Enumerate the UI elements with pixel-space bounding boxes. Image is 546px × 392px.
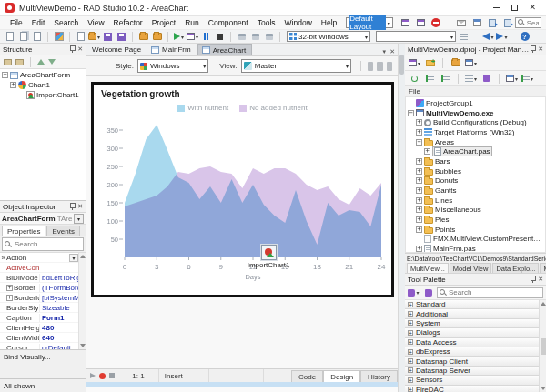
close-icon[interactable]: ✕ [538, 45, 543, 53]
designed-form[interactable]: Vegetation growth With nutrientNo added … [91, 82, 394, 297]
login-button[interactable] [502, 17, 514, 28]
step-over-button[interactable] [249, 31, 261, 42]
menu-item-file[interactable]: File [5, 18, 27, 27]
macro-stop-icon[interactable] [109, 373, 115, 378]
project-item-pies[interactable]: +Pies [406, 215, 545, 225]
chevron-down-icon[interactable]: ▾ [74, 214, 84, 224]
property-row-border[interactable]: +Border(TFormBorder) [0, 283, 86, 293]
save-layout-button[interactable] [399, 17, 411, 28]
project-item-bubbles[interactable]: +Bubbles [406, 166, 545, 176]
target-platform-combo[interactable]: 32-bit Windows ▾ [287, 31, 370, 42]
editor-tab-areachart[interactable]: AreaChart [197, 44, 252, 55]
palette-category-standard[interactable]: +Standard [405, 300, 546, 309]
palette-search-box[interactable] [437, 287, 543, 298]
palette-category-firedac[interactable]: +FireDAC [405, 386, 546, 392]
palette-search-input[interactable] [449, 288, 541, 297]
new-items-button[interactable] [4, 31, 15, 42]
scroll-down-icon[interactable] [541, 387, 546, 390]
menu-item-tools[interactable]: Tools [253, 18, 280, 27]
layers-button[interactable]: ▾ [521, 73, 533, 84]
expand-icon[interactable]: + [408, 330, 413, 336]
expand-icon[interactable]: + [408, 311, 413, 317]
property-row-cursor[interactable]: CursorcrDefault [0, 343, 86, 349]
save-button[interactable] [102, 31, 114, 42]
project-item-fmx-multiview-custompresentation-pas[interactable]: FMX.MultiView.CustomPresentation.pas [406, 235, 545, 245]
open-file-button[interactable] [17, 31, 29, 42]
dock-tab-data-explo-[interactable]: Data Explo... [492, 263, 539, 273]
importchart-component[interactable]: ImportChart1 [239, 245, 298, 269]
dock-tab-model-view[interactable]: Model View [450, 263, 492, 273]
expand-icon[interactable]: + [416, 177, 422, 184]
expand-icon[interactable]: + [416, 197, 422, 204]
property-search-input[interactable] [15, 240, 81, 248]
scroll-down-icon[interactable] [80, 344, 86, 347]
property-row-clientwidth[interactable]: ClientWidth640 [0, 333, 86, 343]
move-down-icon[interactable] [48, 59, 56, 65]
remove-from-project-button[interactable] [151, 31, 163, 42]
expand-icon[interactable]: + [416, 226, 422, 233]
property-row-action[interactable]: »Action▾ [0, 253, 86, 263]
editor-tab-welcome-page[interactable]: Welcome Page [88, 44, 147, 55]
expand-icon[interactable]: + [10, 82, 16, 88]
delete-layout-button[interactable] [415, 17, 427, 28]
palette-category-dialogs[interactable]: +Dialogs [405, 328, 546, 337]
trace-into-button[interactable] [236, 31, 248, 42]
menu-item-edit[interactable]: Edit [27, 18, 50, 27]
navigate-forward-button[interactable]: ▾ [496, 31, 508, 42]
importchart-icon[interactable] [261, 245, 277, 260]
rotate-device-button[interactable] [377, 62, 382, 71]
configuration-combo[interactable]: ▾ [376, 31, 456, 42]
sync-button[interactable] [409, 73, 420, 84]
object-selector[interactable]: AreaChartForm TAreaChartForm ▾ [0, 213, 86, 225]
window-list-icon[interactable]: ▾ [383, 48, 387, 55]
menu-item-view[interactable]: View [83, 18, 108, 27]
expand-icon[interactable]: + [416, 168, 422, 175]
palette-category-datasnap-client[interactable]: +Datasnap Client [405, 357, 546, 366]
add-to-project-button[interactable] [137, 31, 149, 42]
scroll-up-icon[interactable] [80, 255, 86, 258]
expand-icon[interactable]: + [408, 302, 413, 307]
expand-icon[interactable]: + [408, 339, 413, 345]
pause-button[interactable] [200, 31, 212, 42]
save-all-button[interactable] [116, 31, 127, 42]
move-up-icon[interactable] [37, 59, 45, 65]
chevron-down-icon[interactable]: ▾ [69, 254, 78, 262]
project-item-bars[interactable]: +Bars [406, 156, 545, 166]
close-icon[interactable]: ✕ [529, 4, 536, 12]
expand-tree-button[interactable] [440, 73, 451, 84]
project-item-points[interactable]: +Points [406, 225, 545, 235]
editor-tab-mainfrm[interactable]: MainFrm [147, 44, 197, 55]
navigate-back-button[interactable]: ▾ [482, 31, 494, 42]
project-item-donuts[interactable]: +Donuts [406, 176, 545, 186]
dock-tab-multiview-[interactable]: MultiView... [407, 263, 449, 273]
open-from-version-control-button[interactable] [31, 31, 43, 42]
project-item-multiviewdemo-exe[interactable]: −MultiViewDemo.exe [406, 108, 545, 118]
inspector-tab-properties[interactable]: Properties [2, 226, 46, 236]
splitter-grip[interactable] [399, 55, 404, 75]
collapse-icon[interactable]: − [2, 72, 8, 78]
menu-item-window[interactable]: Window [280, 18, 317, 27]
ide-search-input[interactable] [527, 19, 539, 27]
expand-all-icon[interactable] [4, 59, 12, 65]
structure-item-chart1[interactable]: +Chart1 [0, 80, 86, 90]
menu-item-search[interactable]: Search [49, 18, 83, 27]
expand-icon[interactable]: + [6, 295, 13, 301]
calendar-button[interactable] [471, 17, 483, 28]
help-insight-button[interactable] [430, 17, 442, 28]
new-project-button[interactable]: ▾ [409, 57, 420, 68]
scrollbar-thumb[interactable] [541, 338, 546, 355]
property-row-caption[interactable]: CaptionForm1 [0, 313, 86, 323]
inspector-tab-events[interactable]: Events [46, 226, 79, 236]
property-row-borderstyle[interactable]: BorderStyleSizeable [0, 303, 86, 313]
palette-category-sensors[interactable]: +Sensors [405, 376, 546, 385]
menu-item-component[interactable]: Component [204, 18, 253, 27]
project-item-lines[interactable]: +Lines [406, 196, 545, 206]
open-folder-button[interactable] [450, 57, 461, 68]
close-page-icon[interactable]: ✕ [389, 48, 395, 55]
device-preview-button[interactable] [368, 62, 373, 71]
pin-icon[interactable] [530, 45, 535, 53]
expand-icon[interactable]: + [416, 206, 422, 213]
project-item-miscellaneous[interactable]: +Miscellaneous [406, 206, 545, 216]
menu-item-help[interactable]: Help [317, 18, 341, 27]
palette-category-dbexpress[interactable]: +dbExpress [405, 347, 546, 357]
